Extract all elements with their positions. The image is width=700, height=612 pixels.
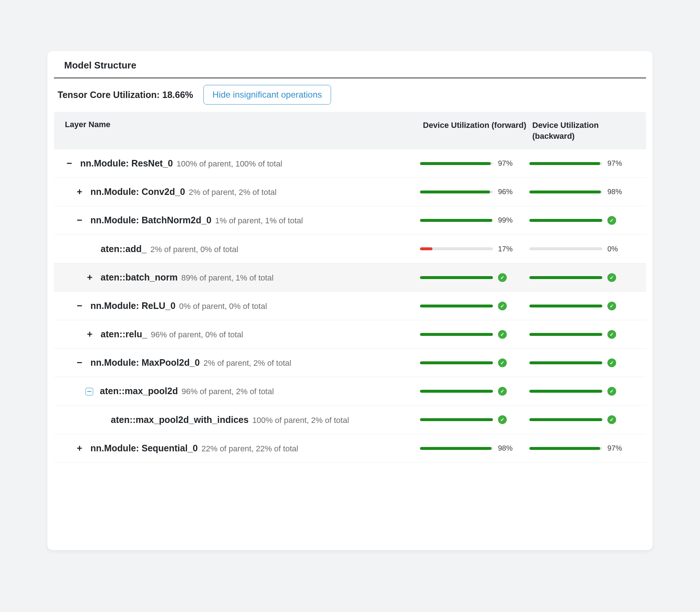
util-forward: 97% [420,159,529,168]
util-backward: 97% [529,159,639,168]
layer-name-cell: +aten::batch_norm89% of parent, 1% of to… [54,272,420,283]
progress-bar [420,390,493,393]
progress-bar [529,305,602,307]
util-backward [529,415,639,424]
progress-bar [420,447,493,450]
layer-name: aten::add_ [101,244,147,254]
util-label: 96% [498,188,513,196]
util-forward: 17% [420,245,529,253]
check-icon [607,302,616,310]
progress-bar [529,447,602,450]
progress-fill [420,418,493,421]
util-label: 99% [498,216,513,224]
progress-bar [529,390,602,393]
progress-bar [420,305,493,307]
util-forward [420,302,529,310]
layer-sub: 2% of parent, 2% of total [203,358,291,368]
tensor-core-utilization: Tensor Core Utilization: 18.66% [58,90,193,100]
layer-sub: 89% of parent, 1% of total [181,273,273,283]
check-icon [607,387,616,396]
util-backward: 97% [529,444,639,452]
layer-name-cell: −nn.Module: ResNet_0100% of parent, 100%… [54,158,420,169]
layer-name-cell: aten::add_2% of parent, 0% of total [54,243,420,254]
expand-icon[interactable]: + [75,187,84,196]
check-icon [498,387,507,396]
header-bwd: Device Utilization (backward) [532,120,639,141]
layer-name: aten::batch_norm [101,272,178,283]
check-icon [607,330,616,339]
model-structure-panel: Model Structure Tensor Core Utilization:… [47,51,653,550]
layer-sub: 96% of parent, 2% of total [182,387,274,396]
progress-fill [420,390,493,393]
layer-sub: 96% of parent, 0% of total [151,330,243,340]
check-icon [498,358,507,367]
collapse-icon[interactable]: − [75,358,84,367]
progress-bar [529,276,602,279]
util-forward: 99% [420,216,529,224]
expand-icon[interactable]: + [85,330,94,338]
check-icon [607,415,616,424]
progress-bar [420,219,493,222]
layer-name: aten::max_pool2d_with_indices [111,415,249,425]
layer-name-cell: −aten::max_pool2d96% of parent, 2% of to… [54,386,420,396]
layer-name: nn.Module: BatchNorm2d_0 [90,215,211,225]
layer-name-cell: −nn.Module: BatchNorm2d_01% of parent, 1… [54,215,420,225]
table-row: +aten::relu_96% of parent, 0% of total [54,320,646,349]
expand-icon[interactable]: + [85,273,94,282]
progress-fill [529,276,602,279]
progress-fill [529,418,602,421]
panel-title: Model Structure [54,51,646,78]
check-icon [607,358,616,367]
progress-fill [420,447,491,450]
util-forward [420,415,529,424]
util-backward [529,387,639,396]
table-row: −nn.Module: ReLU_00% of parent, 0% of to… [54,292,646,320]
util-backward [529,330,639,339]
progress-bar [529,191,602,193]
table-row: −nn.Module: ResNet_0100% of parent, 100%… [54,149,646,178]
util-forward [420,387,529,396]
util-label: 98% [607,188,623,196]
progress-fill [420,333,493,336]
progress-fill [420,162,491,165]
layer-name: nn.Module: MaxPool2d_0 [90,357,200,368]
progress-fill [420,276,493,279]
table-row: aten::max_pool2d_with_indices100% of par… [54,405,646,434]
expand-icon[interactable]: + [75,444,84,452]
check-icon [607,273,616,282]
progress-fill [529,191,601,193]
util-label: 97% [607,444,623,452]
collapse-icon[interactable]: − [75,216,84,224]
layer-sub: 22% of parent, 22% of total [201,444,298,454]
progress-fill [529,361,602,364]
layer-name-cell: +aten::relu_96% of parent, 0% of total [54,329,420,340]
util-forward [420,358,529,367]
collapse-icon[interactable]: − [75,301,84,310]
util-label: 97% [607,159,623,168]
table-row: +nn.Module: Conv2d_02% of parent, 2% of … [54,178,646,206]
layer-table: Layer Name Device Utilization (forward) … [47,112,653,463]
layer-name-cell: −nn.Module: ReLU_00% of parent, 0% of to… [54,301,420,311]
collapse-icon[interactable]: − [85,388,93,396]
progress-bar [529,247,602,250]
progress-bar [420,361,493,364]
util-label: 97% [498,159,513,168]
util-backward: 98% [529,188,639,196]
hide-insignificant-button[interactable]: Hide insignificant operations [203,85,331,105]
table-row: −nn.Module: BatchNorm2d_01% of parent, 1… [54,206,646,235]
layer-sub: 2% of parent, 0% of total [150,245,238,254]
layer-sub: 1% of parent, 1% of total [215,216,303,225]
progress-bar [529,219,602,222]
progress-fill [420,219,492,222]
layer-name-cell: aten::max_pool2d_with_indices100% of par… [54,414,420,425]
progress-fill [420,191,490,193]
progress-fill [529,447,600,450]
collapse-icon[interactable]: − [65,159,74,168]
layer-sub: 100% of parent, 2% of total [252,416,349,425]
toolbar: Tensor Core Utilization: 18.66% Hide ins… [47,85,653,112]
table-row: aten::add_2% of parent, 0% of total17%0% [54,235,646,263]
layer-name: nn.Module: Conv2d_0 [90,187,185,197]
table-row: −nn.Module: MaxPool2d_02% of parent, 2% … [54,349,646,377]
check-icon [498,330,507,339]
layer-sub: 100% of parent, 100% of total [176,159,282,169]
